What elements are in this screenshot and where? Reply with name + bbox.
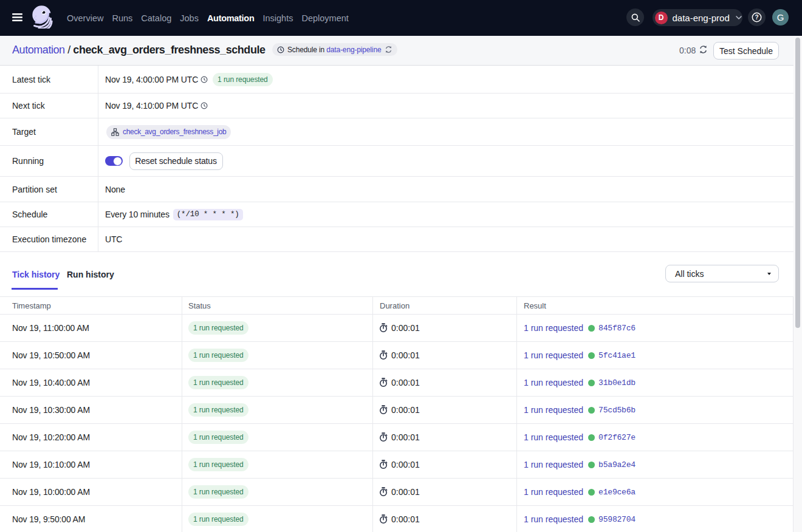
svg-text:?: ? — [755, 14, 758, 21]
